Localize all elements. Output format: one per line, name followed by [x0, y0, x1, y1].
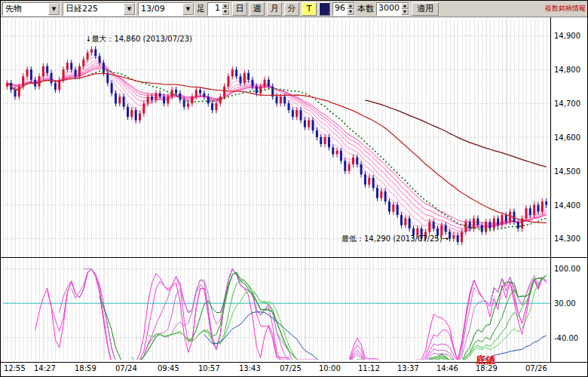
interval-value: 1 [208, 3, 222, 15]
chart-area: 14,900 14,800 14,700 14,600 14,500 14,40… [1, 17, 587, 376]
interval-spinner[interactable]: 1 ▲▼ [207, 2, 230, 16]
tick-color-box[interactable] [319, 2, 330, 16]
spinner-down-icon[interactable]: ▼ [347, 9, 354, 15]
min-annotation: 最低：14,290 (2013/07/25)→ [341, 234, 449, 244]
period-button-month[interactable]: 月 [267, 2, 282, 16]
y-axis-label: 14,500 [554, 167, 580, 176]
corner-info-text: 複数銘柄情報 [545, 4, 586, 14]
period-button-day[interactable]: 日 [232, 2, 247, 16]
x-axis-label: 13:37 [397, 364, 419, 372]
bottom-price-annotation: 底値 [476, 354, 495, 367]
period-button-minute[interactable]: 分 [284, 2, 299, 16]
x-axis-label: 07/24 [115, 364, 137, 372]
bars-count-spinner[interactable]: 3000 ▲▼ [376, 2, 409, 16]
y-axis-label: 14,800 [554, 66, 580, 74]
apply-button[interactable]: 適用 [412, 2, 439, 16]
x-axis-label: 13:43 [239, 364, 261, 372]
toolbar: 先物 ▼ 日経225 ▼ 13/09 ▼ 足 1 ▲▼ 日 週 月 分 T 96… [1, 1, 587, 17]
bar-type-label: 足 [197, 3, 205, 14]
spinner-up-icon[interactable]: ▲ [401, 3, 409, 9]
y-axis-label: 14,700 [554, 100, 580, 108]
x-axis: 12:55 14:27 18:59 07/24 09:45 10:57 13:4… [1, 363, 587, 375]
indicator-y-axis-label: 30.00 [554, 299, 576, 308]
price-chart[interactable] [1, 17, 587, 376]
x-axis-label: 18:59 [75, 364, 96, 372]
symbol-select[interactable]: 日経225 ▼ [63, 2, 136, 16]
contract-select[interactable]: 13/09 ▼ [138, 2, 194, 16]
tick-count-spinner[interactable]: 96 ▲▼ [332, 2, 355, 16]
chart-window: 先物 ▼ 日経225 ▼ 13/09 ▼ 足 1 ▲▼ 日 週 月 分 T 96… [0, 0, 588, 377]
x-axis-label: 12:55 [4, 364, 26, 372]
y-axis-label: 14,400 [554, 201, 580, 210]
chevron-down-icon[interactable]: ▼ [124, 3, 135, 15]
bars-count-value: 3000 [377, 3, 401, 15]
spinner-up-icon[interactable]: ▲ [347, 3, 354, 9]
spinner-down-icon[interactable]: ▼ [401, 9, 409, 15]
x-axis-label: 07/25 [280, 364, 302, 372]
x-axis-label: 09:45 [158, 364, 179, 372]
period-button-week[interactable]: 週 [250, 2, 265, 16]
y-axis-label: 14,300 [554, 234, 580, 243]
x-axis-label: 07/26 [525, 364, 547, 372]
bars-label: 本数 [357, 3, 374, 14]
y-axis-label: 14,900 [554, 32, 580, 40]
max-annotation: ↓最大：14,860 (2013/07/23) [85, 34, 192, 44]
x-axis-label: 14:27 [34, 364, 56, 372]
instrument-select-value: 先物 [3, 3, 48, 14]
tick-button[interactable]: T [302, 2, 317, 16]
y-axis-label: 14,600 [554, 133, 580, 142]
indicator-y-axis-label: 100.00 [554, 265, 580, 273]
instrument-select[interactable]: 先物 ▼ [2, 2, 60, 16]
symbol-select-value: 日経225 [63, 3, 124, 14]
indicator-y-axis-label: -40.00 [554, 334, 578, 342]
contract-select-value: 13/09 [139, 4, 182, 14]
spinner-up-icon[interactable]: ▲ [222, 3, 229, 9]
x-axis-label: 14:46 [436, 364, 458, 372]
x-axis-label: 11:12 [358, 364, 380, 372]
chevron-down-icon[interactable]: ▼ [48, 3, 60, 15]
x-axis-label: 10:57 [198, 364, 220, 372]
chevron-down-icon[interactable]: ▼ [182, 3, 194, 15]
spinner-down-icon[interactable]: ▼ [222, 9, 229, 15]
tick-count-value: 96 [333, 3, 347, 15]
x-axis-label: 10:00 [319, 364, 341, 372]
